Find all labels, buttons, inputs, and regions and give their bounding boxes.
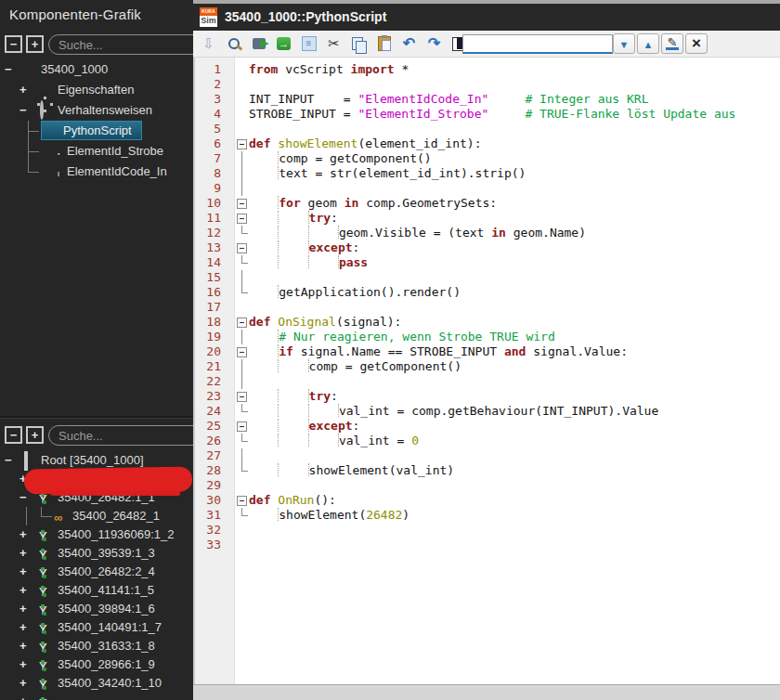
tree-row[interactable]: ∞35400_26482_1 (0, 507, 193, 525)
expander-toggle[interactable]: + (20, 544, 27, 563)
code-line: 11try: (195, 211, 780, 226)
tree-row[interactable]: +Y35400_26482:2_4 (0, 563, 193, 581)
collapse-all-button[interactable]: − (5, 426, 22, 444)
line-number: 5 (195, 122, 221, 136)
code-line: 8text = str(element_id_int).strip() (195, 166, 780, 181)
expander-toggle[interactable]: − (20, 488, 27, 507)
fold-toggle[interactable] (236, 136, 249, 151)
code-line: 28showElement(val_int) (195, 463, 780, 478)
fold-margin (236, 181, 249, 196)
close-button[interactable]: × (685, 33, 708, 54)
code-line: 1from vcScript import * (195, 62, 780, 77)
expander-toggle[interactable]: + (20, 600, 27, 618)
tree-connector (41, 507, 42, 516)
apply-icon: → (277, 37, 291, 50)
tree-row[interactable]: −Verhaltensweisen (0, 100, 193, 121)
tree-row[interactable]: ▪ElementId_Strobe (0, 141, 193, 162)
fold-toggle[interactable] (236, 493, 249, 508)
apply-button[interactable]: → (272, 32, 295, 55)
search-input[interactable] (48, 425, 193, 446)
tree-row[interactable]: −35400_1000 (0, 59, 193, 80)
tree-row[interactable]: +Y35400_140491:1_7 (0, 618, 193, 637)
find-prev-icon: ▲ (644, 37, 654, 51)
expander-toggle[interactable]: + (20, 80, 27, 100)
fold-toggle[interactable] (236, 344, 249, 359)
code-line: 12geom.Visible = (text in geom.Name) (195, 226, 780, 240)
horizontal-scrollbar[interactable] (193, 684, 780, 700)
expander-toggle[interactable]: + (20, 655, 27, 674)
fold-margin (236, 166, 249, 181)
tree-item-label: ElementIdCode_In (67, 162, 167, 182)
paste-button[interactable] (372, 32, 396, 55)
tree-row[interactable]: IElementIdCode_In (0, 162, 193, 182)
joint-icon: Y (39, 657, 54, 672)
tree-row[interactable]: +Y35400_39539:1_3 (0, 544, 193, 563)
line-number: 20 (195, 344, 221, 359)
find-input[interactable] (462, 34, 613, 54)
expander-toggle[interactable]: + (20, 693, 27, 700)
fold-toggle[interactable] (236, 211, 249, 226)
code-line: 6def showElement(element_id_int): (195, 136, 780, 151)
undo-button[interactable]: ↶ (397, 32, 421, 55)
expander-toggle[interactable]: − (5, 59, 12, 80)
line-number: 32 (195, 523, 221, 538)
line-number: 7 (195, 151, 221, 166)
line-number: 29 (195, 478, 221, 493)
expander-toggle[interactable]: + (20, 525, 27, 544)
run-button[interactable] (247, 32, 270, 55)
line-number: 17 (195, 300, 221, 315)
tree-row[interactable]: +Y35400_34240:1_10 (0, 674, 193, 693)
tree-row[interactable]: +Y35400_31633:1_8 (0, 637, 193, 655)
code-line: 14pass (195, 255, 780, 270)
expander-toggle[interactable]: + (20, 618, 27, 637)
kuka-sim-icon: KUKASim (200, 7, 217, 27)
tree-row[interactable]: +Y35400_39894:1_6 (0, 600, 193, 618)
fold-margin (236, 523, 249, 538)
tree-item-label: 35400_39894:1_6 (58, 600, 155, 618)
tree-row[interactable]: PythonScript (0, 121, 193, 141)
tree-row[interactable]: +Y35400_41141:1_5 (0, 581, 193, 600)
expander-toggle[interactable]: + (20, 674, 27, 693)
collapse-all-button[interactable]: − (5, 35, 22, 53)
tree-row[interactable]: +Y35400_28966:1_9 (0, 655, 193, 674)
highlight-button[interactable]: ✎ (661, 33, 683, 54)
fold-toggle[interactable] (236, 240, 249, 255)
code-line: 20if signal.Name == STROBE_INPUT and sig… (195, 344, 780, 359)
code-line: 16getApplication().render() (195, 285, 780, 300)
fold-toggle[interactable] (236, 419, 249, 434)
code-text: geom.Visible = (text in geom.Name) (249, 226, 586, 240)
line-number: 15 (195, 270, 221, 285)
code-text: try: (249, 389, 338, 404)
code-line: 31showElement(26482) (195, 508, 780, 523)
expand-all-button[interactable]: + (26, 35, 44, 53)
expander-toggle[interactable]: + (20, 563, 27, 581)
expander-toggle[interactable]: − (20, 100, 27, 121)
fold-toggle[interactable] (236, 196, 249, 211)
expand-all-button[interactable]: + (26, 426, 44, 444)
find-next-button[interactable]: ▼ (613, 33, 635, 54)
validate-button[interactable] (222, 32, 245, 55)
selected-tree-item[interactable]: PythonScript (41, 121, 142, 140)
copy-button[interactable] (347, 32, 370, 55)
expander-toggle[interactable]: + (20, 637, 27, 655)
save-button[interactable]: ⇩ (197, 32, 220, 55)
code-text: comp = getComponent() (249, 359, 462, 374)
find-next-icon: ▼ (619, 37, 630, 51)
tree-item-label: 35400_39539:1_3 (58, 544, 155, 563)
fold-toggle[interactable] (236, 315, 249, 330)
tree-row[interactable]: +Y35400_11936069:1_2 (0, 525, 193, 544)
code-area[interactable]: 1from vcScript import *23INT_INPUT = "El… (193, 58, 780, 684)
search-input[interactable] (48, 34, 193, 55)
tree-row[interactable]: +Eigenschaften (0, 80, 193, 100)
expander-toggle[interactable]: − (5, 451, 12, 470)
whitespace-button[interactable]: ≡ (297, 32, 320, 55)
tree-row[interactable]: +Y (0, 693, 193, 700)
line-number: 23 (195, 389, 221, 404)
fold-toggle[interactable] (236, 389, 249, 404)
cut-button[interactable]: ✂ (322, 32, 345, 55)
line-number: 14 (195, 255, 221, 270)
redo-button[interactable]: ↷ (422, 32, 446, 55)
expander-toggle[interactable]: + (20, 581, 27, 600)
find-prev-button[interactable]: ▲ (637, 33, 659, 54)
application-window: Komponenten-Grafik − + −35400_1000+Eigen… (0, 0, 780, 700)
